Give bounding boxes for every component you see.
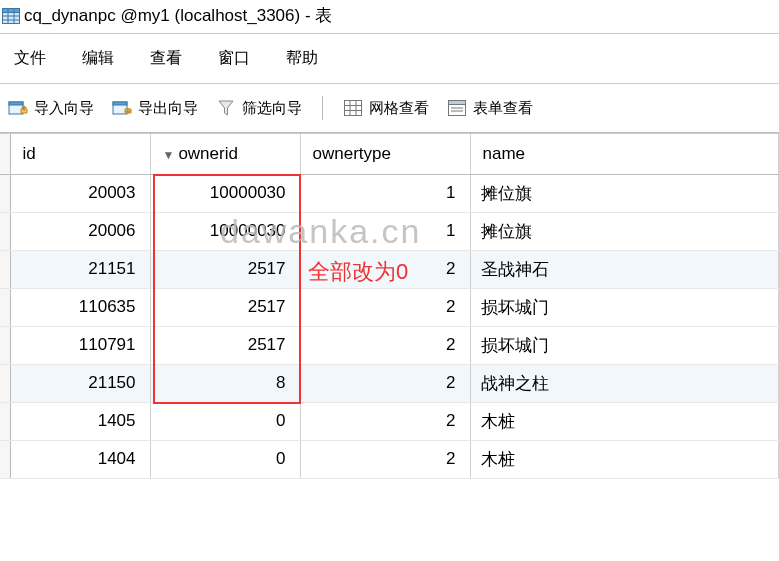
table-icon (4, 7, 24, 25)
table-row[interactable]: 11079125172损坏城门 (0, 326, 779, 364)
column-name-label: name (483, 144, 526, 163)
cell-id[interactable]: 20006 (10, 212, 150, 250)
import-wizard-label: 导入向导 (34, 99, 94, 118)
data-grid[interactable]: id ▼ownerid ownertype name 2000310000030… (0, 133, 779, 479)
import-wizard-button[interactable]: 导入向导 (8, 99, 94, 118)
column-header-id[interactable]: id (10, 134, 150, 174)
row-handle[interactable] (0, 212, 10, 250)
import-icon (8, 99, 28, 117)
cell-ownertype[interactable]: 1 (300, 212, 470, 250)
cell-ownertype[interactable]: 2 (300, 326, 470, 364)
toolbar: 导入向导 导出向导 筛选向导 (0, 84, 779, 133)
cell-id[interactable]: 21151 (10, 250, 150, 288)
cell-ownerid[interactable]: 2517 (150, 326, 300, 364)
cell-ownertype[interactable]: 2 (300, 402, 470, 440)
grid-view-button[interactable]: 网格查看 (343, 99, 429, 118)
column-id-label: id (23, 144, 36, 163)
grid-view-label: 网格查看 (369, 99, 429, 118)
column-header-ownerid[interactable]: ▼ownerid (150, 134, 300, 174)
cell-ownertype[interactable]: 2 (300, 250, 470, 288)
form-view-button[interactable]: 表单查看 (447, 99, 533, 118)
table-row[interactable]: 140402木桩 (0, 440, 779, 478)
cell-id[interactable]: 110635 (10, 288, 150, 326)
cell-ownerid[interactable]: 8 (150, 364, 300, 402)
table-row[interactable]: 2115125172圣战神石 (0, 250, 779, 288)
menu-help[interactable]: 帮助 (286, 48, 318, 69)
toolbar-separator (322, 96, 323, 120)
cell-id[interactable]: 21150 (10, 364, 150, 402)
header-row: id ▼ownerid ownertype name (0, 134, 779, 174)
table-row[interactable]: 20006100000301摊位旗 (0, 212, 779, 250)
filter-wizard-button[interactable]: 筛选向导 (216, 99, 302, 118)
row-handle[interactable] (0, 440, 10, 478)
column-header-ownertype[interactable]: ownertype (300, 134, 470, 174)
cell-ownertype[interactable]: 2 (300, 288, 470, 326)
window-title: cq_dynanpc @my1 (localhost_3306) - 表 (24, 4, 332, 27)
cell-ownertype[interactable]: 1 (300, 174, 470, 212)
column-header-name[interactable]: name (470, 134, 779, 174)
cell-id[interactable]: 1404 (10, 440, 150, 478)
cell-ownerid[interactable]: 0 (150, 440, 300, 478)
menu-file[interactable]: 文件 (14, 48, 46, 69)
cell-ownerid[interactable]: 10000030 (150, 174, 300, 212)
cell-ownerid[interactable]: 2517 (150, 288, 300, 326)
row-handle[interactable] (0, 288, 10, 326)
cell-id[interactable]: 110791 (10, 326, 150, 364)
cell-name[interactable]: 木桩 (470, 440, 779, 478)
svg-rect-9 (113, 102, 127, 105)
table-row[interactable]: 2115082战神之柱 (0, 364, 779, 402)
table-row[interactable]: 11063525172损坏城门 (0, 288, 779, 326)
row-handle[interactable] (0, 402, 10, 440)
svg-rect-1 (3, 8, 20, 12)
svg-rect-7 (9, 102, 23, 105)
column-ownerid-label: ownerid (178, 144, 238, 163)
title-bar: cq_dynanpc @my1 (localhost_3306) - 表 (0, 0, 779, 34)
cell-id[interactable]: 1405 (10, 402, 150, 440)
row-handle[interactable] (0, 364, 10, 402)
cell-ownertype[interactable]: 2 (300, 364, 470, 402)
export-icon (112, 99, 132, 117)
cell-ownerid[interactable]: 0 (150, 402, 300, 440)
form-icon (447, 99, 467, 117)
menu-window[interactable]: 窗口 (218, 48, 250, 69)
cell-name[interactable]: 圣战神石 (470, 250, 779, 288)
cell-name[interactable]: 摊位旗 (470, 212, 779, 250)
sort-desc-icon: ▼ (163, 148, 175, 162)
table-row[interactable]: 20003100000301摊位旗 (0, 174, 779, 212)
row-handle[interactable] (0, 250, 10, 288)
table-row[interactable]: 140502木桩 (0, 402, 779, 440)
grid-icon (343, 99, 363, 117)
cell-name[interactable]: 战神之柱 (470, 364, 779, 402)
cell-name[interactable]: 损坏城门 (470, 288, 779, 326)
cell-ownerid[interactable]: 2517 (150, 250, 300, 288)
export-wizard-label: 导出向导 (138, 99, 198, 118)
filter-icon (216, 99, 236, 117)
menu-edit[interactable]: 编辑 (82, 48, 114, 69)
svg-rect-10 (345, 101, 362, 116)
cell-name[interactable]: 摊位旗 (470, 174, 779, 212)
form-view-label: 表单查看 (473, 99, 533, 118)
menu-view[interactable]: 查看 (150, 48, 182, 69)
cell-name[interactable]: 损坏城门 (470, 326, 779, 364)
filter-wizard-label: 筛选向导 (242, 99, 302, 118)
cell-name[interactable]: 木桩 (470, 402, 779, 440)
row-handle-header (0, 134, 10, 174)
export-wizard-button[interactable]: 导出向导 (112, 99, 198, 118)
cell-id[interactable]: 20003 (10, 174, 150, 212)
cell-ownertype[interactable]: 2 (300, 440, 470, 478)
svg-rect-16 (449, 101, 466, 105)
menu-bar: 文件 编辑 查看 窗口 帮助 (0, 34, 779, 84)
cell-ownerid[interactable]: 10000030 (150, 212, 300, 250)
row-handle[interactable] (0, 326, 10, 364)
row-handle[interactable] (0, 174, 10, 212)
column-ownertype-label: ownertype (313, 144, 391, 163)
